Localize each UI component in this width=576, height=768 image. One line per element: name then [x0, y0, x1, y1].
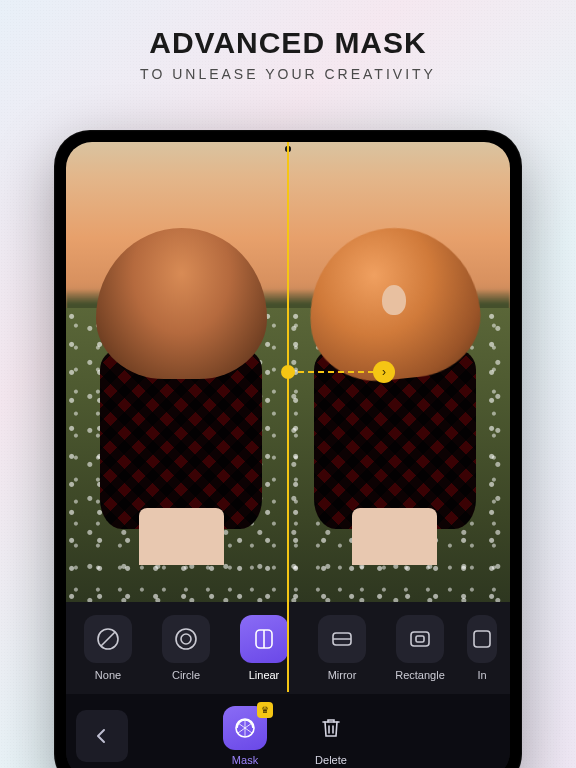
chevron-left-icon: [93, 727, 111, 745]
mask-drag-handle[interactable]: ›: [373, 361, 395, 383]
promo-title: ADVANCED MASK: [0, 26, 576, 60]
circle-icon: [162, 615, 210, 663]
delete-action-label: Delete: [315, 754, 347, 766]
linear-icon: [240, 615, 288, 663]
premium-badge-icon: ♛: [257, 702, 273, 718]
mask-option-label: Circle: [172, 669, 200, 681]
svg-rect-9: [416, 636, 424, 642]
mask-action-icon: ♛: [223, 706, 267, 750]
subject-right: [288, 206, 501, 565]
mask-option-label: Linear: [249, 669, 280, 681]
mask-action-button[interactable]: ♛ Mask: [223, 706, 267, 766]
svg-line-1: [101, 632, 115, 646]
subject-left: [75, 206, 288, 565]
promo-subtitle: TO UNLEASE YOUR CREATIVITY: [0, 66, 576, 82]
trash-icon: [309, 706, 353, 750]
svg-point-2: [176, 629, 196, 649]
mask-option-mirror[interactable]: Mirror: [306, 615, 378, 681]
mask-option-label: Mirror: [328, 669, 357, 681]
mask-center-handle[interactable]: [281, 365, 295, 379]
svg-rect-8: [411, 632, 429, 646]
delete-action-button[interactable]: Delete: [309, 706, 353, 766]
mask-option-label: None: [95, 669, 121, 681]
chevron-right-icon: ›: [382, 365, 386, 379]
mask-option-none[interactable]: None: [72, 615, 144, 681]
mask-option-rectangle[interactable]: Rectangle: [384, 615, 456, 681]
svg-rect-10: [474, 631, 490, 647]
mask-option-linear[interactable]: Linear: [228, 615, 300, 681]
mask-divider-line[interactable]: [287, 142, 289, 692]
svg-point-3: [181, 634, 191, 644]
tablet-frame: › None Circle Linear: [54, 130, 522, 768]
mask-option-in[interactable]: In: [462, 615, 502, 681]
mask-option-label: In: [477, 669, 486, 681]
none-icon: [84, 615, 132, 663]
tablet-screen: › None Circle Linear: [66, 142, 510, 768]
mirror-icon: [318, 615, 366, 663]
mask-width-guide: [288, 371, 384, 373]
bottom-action-bar: ♛ Mask Delete: [66, 694, 510, 768]
photo-canvas[interactable]: ›: [66, 142, 510, 602]
in-icon: [467, 615, 497, 663]
promo-headline: ADVANCED MASK TO UNLEASE YOUR CREATIVITY: [0, 0, 576, 82]
mask-option-label: Rectangle: [395, 669, 445, 681]
back-button[interactable]: [76, 710, 128, 762]
mask-option-circle[interactable]: Circle: [150, 615, 222, 681]
mask-action-label: Mask: [232, 754, 258, 766]
rectangle-icon: [396, 615, 444, 663]
